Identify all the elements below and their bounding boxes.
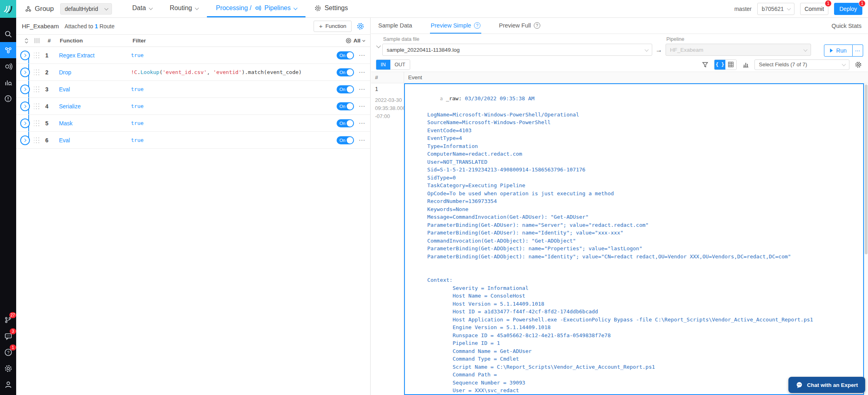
chat-bubble-icon <box>796 381 803 389</box>
sample-file-value: sample_20220411-113849.log <box>387 47 459 53</box>
commit-badge: 1 <box>825 0 832 7</box>
row-menu-button[interactable]: ⋯ <box>354 85 370 93</box>
sidebar-item-search[interactable] <box>0 26 16 42</box>
run-button[interactable]: Run <box>824 44 853 57</box>
row-menu-button[interactable]: ⋯ <box>354 68 370 76</box>
function-name[interactable]: Serialize <box>59 103 131 110</box>
pipeline-settings-gear-icon[interactable] <box>356 22 364 30</box>
visibility-all-label: All <box>354 38 360 44</box>
sidebar-item-settings[interactable] <box>0 360 16 376</box>
expand-function-button[interactable] <box>20 84 30 94</box>
tab-preview-full[interactable]: Preview Full ? <box>498 18 541 34</box>
function-on-toggle[interactable]: On <box>337 119 354 127</box>
filter-token: !C <box>131 69 137 75</box>
quick-stats-link[interactable]: Quick Stats <box>832 18 862 34</box>
nav-data[interactable]: Data <box>123 0 161 17</box>
log-line: SourceName=Microsoft-Windows-PowerShell <box>415 118 860 127</box>
drag-handle[interactable] <box>34 102 40 111</box>
chat-with-expert-button[interactable]: Chat with an Expert <box>788 377 865 393</box>
view-mode-toggle: { } <box>714 59 737 70</box>
tab-sample-data[interactable]: Sample Data <box>377 18 413 34</box>
event-timestamp: 09:35:38.000 <box>375 104 400 112</box>
drag-handle[interactable] <box>34 119 40 128</box>
chevron-down-icon <box>293 6 297 10</box>
sidebar-item-chat[interactable]: 3 <box>0 328 16 344</box>
raw-log-lines: LogName=Microsoft-Windows-PowerShell/Ope… <box>415 111 860 395</box>
sidebar-item-knowledge[interactable] <box>0 58 16 74</box>
nav-processing-pipelines[interactable]: Processing / Pipelines <box>207 0 305 17</box>
scrollbar-thumb[interactable] <box>865 84 868 254</box>
commit-id-select[interactable]: b705621 <box>757 3 794 15</box>
drag-handle[interactable] <box>34 136 40 145</box>
function-name[interactable]: Eval <box>59 137 131 144</box>
run-more-button[interactable]: ⋯ <box>853 44 863 57</box>
chart-view-icon[interactable] <box>741 60 750 70</box>
log-line: Severity = Informational <box>415 284 860 292</box>
row-menu-button[interactable]: ⋯ <box>354 136 370 144</box>
svg-text:?: ? <box>7 350 9 355</box>
sidebar-item-help[interactable]: 1 ? <box>0 344 16 360</box>
preview-settings-gear-icon[interactable] <box>853 60 863 70</box>
expand-function-button[interactable] <box>20 51 30 60</box>
sample-file-select[interactable]: sample_20220411-113849.log <box>382 44 652 56</box>
function-name[interactable]: Mask <box>59 120 131 127</box>
function-row: 2 Drop !C.Lookup('event_id.csv', 'eventi… <box>16 64 370 81</box>
visibility-filter-all[interactable]: All <box>346 38 364 44</box>
pipeline-select[interactable]: HF_Exabeam <box>666 44 811 56</box>
drag-handle[interactable] <box>34 68 40 77</box>
filter-token: Lookup <box>140 69 159 75</box>
sidebar-item-notifications[interactable] <box>0 91 16 107</box>
json-view-button[interactable]: { } <box>714 60 725 70</box>
function-name[interactable]: Regex Extract <box>59 52 131 59</box>
in-toggle[interactable]: IN <box>376 60 390 70</box>
sidebar-item-monitoring[interactable] <box>0 74 16 91</box>
function-on-toggle[interactable]: On <box>337 68 354 76</box>
expand-function-button[interactable] <box>20 68 30 77</box>
help-question-icon[interactable]: ? <box>534 22 540 29</box>
expand-function-button[interactable] <box>20 118 30 128</box>
attached-suffix: Route <box>99 23 114 30</box>
drag-handle[interactable] <box>34 51 40 60</box>
drag-handle[interactable] <box>34 85 40 94</box>
commit-button[interactable]: Commit 1 <box>800 3 828 15</box>
group-select[interactable]: defaultHybrid <box>60 3 112 15</box>
tab-preview-simple[interactable]: Preview Simple ? <box>430 18 481 34</box>
expand-function-button[interactable] <box>20 101 30 111</box>
nav-settings[interactable]: Settings <box>305 0 357 17</box>
function-on-toggle[interactable]: On <box>337 51 354 59</box>
function-on-toggle[interactable]: On <box>337 102 354 110</box>
group-select-value: defaultHybrid <box>65 6 98 12</box>
function-number: 6 <box>40 137 59 144</box>
row-menu-button[interactable]: ⋯ <box>354 102 370 110</box>
expand-function-button[interactable] <box>20 135 30 145</box>
function-name[interactable]: Drop <box>59 69 131 76</box>
function-filter: !C.Lookup('event_id.csv', 'eventid').mat… <box>131 69 337 75</box>
row-menu-button[interactable]: ⋯ <box>354 51 370 59</box>
collapse-chevron-icon[interactable] <box>374 44 382 48</box>
sidebar-item-git[interactable]: 27 <box>0 312 16 328</box>
deploy-button[interactable]: Deploy 1 <box>834 3 862 15</box>
event-raw-cell[interactable]: a _raw: 03/30/2022 09:35:38 AM LogName=M… <box>404 83 864 395</box>
function-on-toggle[interactable]: On <box>337 136 354 144</box>
filter-token: true <box>131 86 143 92</box>
log-line: RecordNumber=136973354 <box>415 197 860 205</box>
sort-icon[interactable] <box>21 38 32 44</box>
sidebar-item-profile[interactable] <box>0 376 16 393</box>
log-line: EventCode=4103 <box>415 127 860 135</box>
raw-field-key[interactable]: _raw: <box>446 95 461 101</box>
nav-routing[interactable]: Routing <box>161 0 207 17</box>
out-toggle[interactable]: OUT <box>390 60 410 70</box>
help-question-icon[interactable]: ? <box>474 22 480 29</box>
cribl-logo[interactable] <box>0 0 16 18</box>
table-view-button[interactable] <box>725 60 736 70</box>
select-fields-dropdown[interactable]: Select Fields (7 of 7) <box>754 59 849 70</box>
function-on-toggle[interactable]: On <box>337 85 354 93</box>
row-menu-button[interactable]: ⋯ <box>354 119 370 127</box>
plus-icon: + <box>319 23 322 30</box>
function-name[interactable]: Eval <box>59 86 131 93</box>
sidebar-item-pipelines[interactable] <box>0 42 16 58</box>
filter-funnel-icon[interactable] <box>700 60 710 70</box>
add-function-button[interactable]: + Function <box>314 21 352 32</box>
attached-count[interactable]: 1 <box>95 23 98 30</box>
caret-down-icon <box>362 39 365 42</box>
